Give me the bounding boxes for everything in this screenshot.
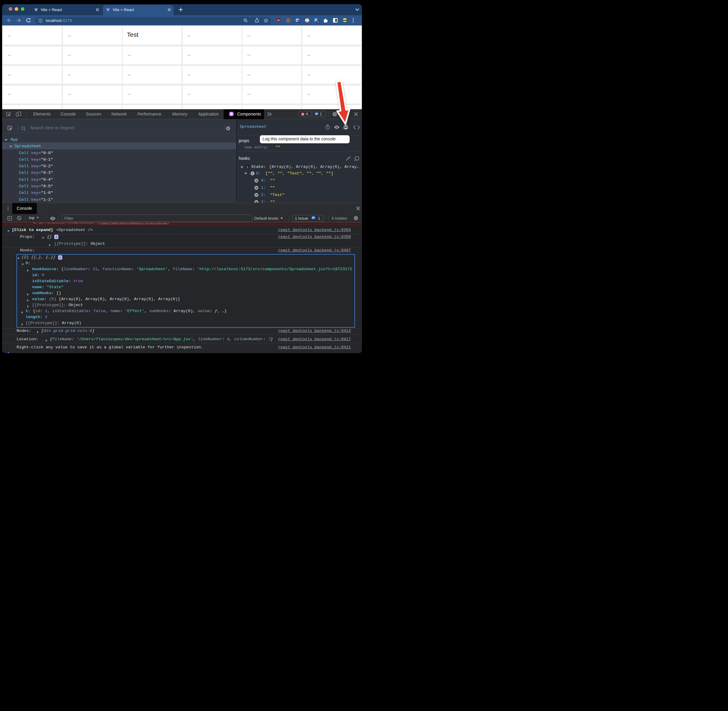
svg-text:UO: UO [277,19,280,21]
svg-text:0: 0 [317,21,319,24]
